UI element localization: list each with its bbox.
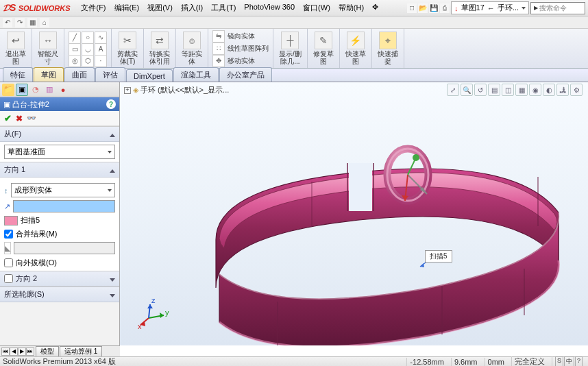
from-plane-select[interactable]: 草图基准面 bbox=[4, 145, 115, 159]
menu-tool-icon[interactable]: ✥ bbox=[369, 1, 381, 14]
direction-edge-field[interactable] bbox=[13, 200, 115, 212]
appearance-icon[interactable]: ◐ bbox=[543, 84, 555, 96]
zoom-area-icon[interactable]: 🔍 bbox=[461, 84, 473, 96]
pm-tabs-row: 📁 ▣ ◔ ▥ ● bbox=[0, 82, 119, 97]
hide-show-icon[interactable]: ◉ bbox=[529, 84, 541, 96]
pm-dim-icon[interactable]: ▥ bbox=[43, 84, 56, 96]
svg-marker-17 bbox=[420, 263, 424, 267]
tab-surfaces[interactable]: 曲面 bbox=[64, 67, 95, 82]
qa-icon[interactable]: ↶ bbox=[3, 18, 12, 27]
help-icon[interactable]: ? bbox=[106, 99, 116, 109]
pm-property-icon[interactable]: ▣ bbox=[16, 84, 28, 96]
slot-tool-icon[interactable]: ◎ bbox=[69, 55, 81, 67]
qa-icon[interactable]: ▦ bbox=[27, 18, 37, 27]
new-icon[interactable]: □ bbox=[407, 3, 417, 13]
direction-1-header[interactable]: 方向 1 bbox=[0, 162, 119, 178]
mirror-icon[interactable]: ⇋ bbox=[212, 30, 225, 42]
end-condition-select[interactable]: 成形到实体 bbox=[11, 183, 116, 197]
draft-icon[interactable]: ◣ bbox=[4, 242, 11, 254]
polygon-tool-icon[interactable]: ⬡ bbox=[82, 55, 94, 67]
text-tool-icon[interactable]: A bbox=[95, 43, 107, 56]
display-delete-button[interactable]: ┼ 显示/删 除几... bbox=[278, 30, 303, 66]
svg-text:y: y bbox=[165, 308, 169, 317]
print-icon[interactable]: ⎙ bbox=[440, 3, 450, 13]
tab-prev-icon[interactable]: ◀ bbox=[10, 347, 18, 356]
ime-indicator[interactable]: S中? bbox=[552, 356, 585, 366]
pm-config-icon[interactable]: ◔ bbox=[29, 84, 42, 96]
tab-dimxpert[interactable]: DimXpert bbox=[126, 69, 173, 82]
sketch-name-dropdown[interactable]: ↓ 草图17 ← 手环... bbox=[451, 1, 529, 14]
direction-icon[interactable]: ↗ bbox=[4, 202, 10, 211]
view-orient-icon[interactable]: ◫ bbox=[502, 84, 514, 96]
tab-first-icon[interactable]: ⏮ bbox=[1, 347, 10, 356]
prev-view-icon[interactable]: ↺ bbox=[474, 84, 487, 96]
rapid-sketch-button[interactable]: ⚡ 快速草 图 bbox=[344, 30, 367, 66]
tab-model[interactable]: 模型 bbox=[36, 346, 59, 356]
tab-sketch[interactable]: 草图 bbox=[34, 67, 64, 82]
tab-evaluate[interactable]: 评估 bbox=[95, 67, 125, 82]
spline-tool-icon[interactable]: ∿ bbox=[95, 32, 107, 44]
scene-icon[interactable]: 🏞 bbox=[556, 84, 569, 96]
feature-callout[interactable]: 扫描5 bbox=[425, 250, 452, 263]
section-view-icon[interactable]: ▤ bbox=[488, 84, 500, 96]
command-search[interactable]: 搜索命令 bbox=[530, 2, 585, 14]
pm-feature-tree-icon[interactable]: 📁 bbox=[2, 84, 14, 96]
direction-2-enable[interactable] bbox=[4, 274, 13, 283]
qa-icon[interactable]: ⌂ bbox=[40, 18, 49, 27]
preview-icon[interactable]: 👓 bbox=[27, 114, 36, 123]
content-area: 📁 ▣ ◔ ▥ ● ▣ 凸台-拉伸2 ? ✔ ✖ 👓 从(F) 草图基准面 bbox=[0, 82, 588, 345]
save-icon[interactable]: 💾 bbox=[429, 3, 439, 13]
flyout-feature-tree[interactable]: + ◈ 手环 (默认<<默认>_显示... bbox=[124, 85, 229, 95]
menu-file[interactable]: 文件(F) bbox=[78, 1, 108, 14]
trim-button[interactable]: ✂ 剪裁实 体(T) bbox=[116, 30, 139, 66]
reverse-direction-icon[interactable]: ↕ bbox=[4, 186, 8, 195]
zoom-fit-icon[interactable]: ⤢ bbox=[447, 84, 459, 96]
view-settings-icon[interactable]: ⚙ bbox=[570, 84, 583, 96]
product-label: SolidWorks Premium 2013 x64 版 bbox=[3, 356, 116, 366]
ok-button[interactable]: ✔ bbox=[4, 113, 12, 123]
cancel-button[interactable]: ✖ bbox=[16, 114, 23, 123]
line-tool-icon[interactable]: ╱ bbox=[69, 32, 81, 44]
tab-office[interactable]: 办公室产品 bbox=[219, 67, 272, 82]
offset-entities-button[interactable]: ⌾ 等距实 体 bbox=[180, 30, 204, 66]
pm-title: ▣ 凸台-拉伸2 ? bbox=[0, 97, 119, 111]
merge-result-checkbox[interactable]: 合并结果(M) bbox=[4, 229, 115, 239]
linear-pattern-icon[interactable]: ∷ bbox=[212, 42, 225, 55]
convert-entities-button[interactable]: ⇄ 转换实 体引用 bbox=[148, 30, 171, 66]
tab-render[interactable]: 渲染工具 bbox=[173, 67, 219, 82]
exit-sketch-button[interactable]: ↩ 退出草 图 bbox=[4, 30, 27, 66]
heads-up-view-toolbar: ⤢ 🔍 ↺ ▤ ◫ ▦ ◉ ◐ 🏞 ⚙ bbox=[447, 84, 583, 96]
pm-appearance-icon[interactable]: ● bbox=[57, 84, 69, 96]
draft-outward-checkbox[interactable]: 向外拔模(O) bbox=[4, 258, 115, 268]
sketch-status: 完全定义 bbox=[511, 356, 548, 366]
direction-2-header[interactable]: 方向 2 bbox=[0, 271, 119, 286]
menu-insert[interactable]: 插入(I) bbox=[178, 1, 206, 14]
menu-help[interactable]: 帮助(H) bbox=[336, 1, 367, 14]
draft-angle-field[interactable] bbox=[14, 242, 115, 254]
repair-sketch-button[interactable]: ✎ 修复草 图 bbox=[312, 30, 335, 66]
quick-snap-button[interactable]: ⌖ 快速捕 捉 bbox=[376, 30, 400, 66]
open-icon[interactable]: 📂 bbox=[418, 3, 428, 13]
menu-photoview[interactable]: PhotoView 360 bbox=[241, 1, 297, 14]
menu-window[interactable]: 窗口(W) bbox=[300, 1, 333, 14]
tab-motion-study[interactable]: 运动算例 1 bbox=[60, 346, 102, 356]
tab-last-icon[interactable]: ⏭ bbox=[26, 347, 34, 356]
rect-tool-icon[interactable]: ▭ bbox=[69, 43, 81, 56]
point-tool-icon[interactable]: · bbox=[95, 55, 107, 67]
graphics-viewport[interactable]: ⤢ 🔍 ↺ ▤ ◫ ▦ ◉ ◐ 🏞 ⚙ + ◈ 手环 (默认<<默认>_显示..… bbox=[120, 82, 588, 345]
arc-tool-icon[interactable]: ◡ bbox=[82, 43, 94, 56]
from-section-header[interactable]: 从(F) bbox=[0, 127, 119, 142]
tab-features[interactable]: 特征 bbox=[3, 67, 33, 82]
selected-contours-header[interactable]: 所选轮廓(S) bbox=[0, 287, 119, 302]
expand-icon[interactable]: + bbox=[124, 87, 131, 94]
menu-edit[interactable]: 编辑(E) bbox=[112, 1, 143, 14]
circle-tool-icon[interactable]: ○ bbox=[82, 32, 94, 44]
menu-view[interactable]: 视图(V) bbox=[145, 1, 175, 14]
menu-tools[interactable]: 工具(T) bbox=[208, 1, 238, 14]
tab-next-icon[interactable]: ▶ bbox=[18, 347, 26, 356]
reference-triad[interactable]: y x z bbox=[136, 296, 171, 330]
display-style-icon[interactable]: ▦ bbox=[515, 84, 528, 96]
qa-icon[interactable]: ↷ bbox=[15, 18, 25, 27]
move-icon[interactable]: ✥ bbox=[212, 55, 225, 67]
smart-dimension-button[interactable]: ↔ 智能尺 寸 bbox=[36, 30, 60, 66]
